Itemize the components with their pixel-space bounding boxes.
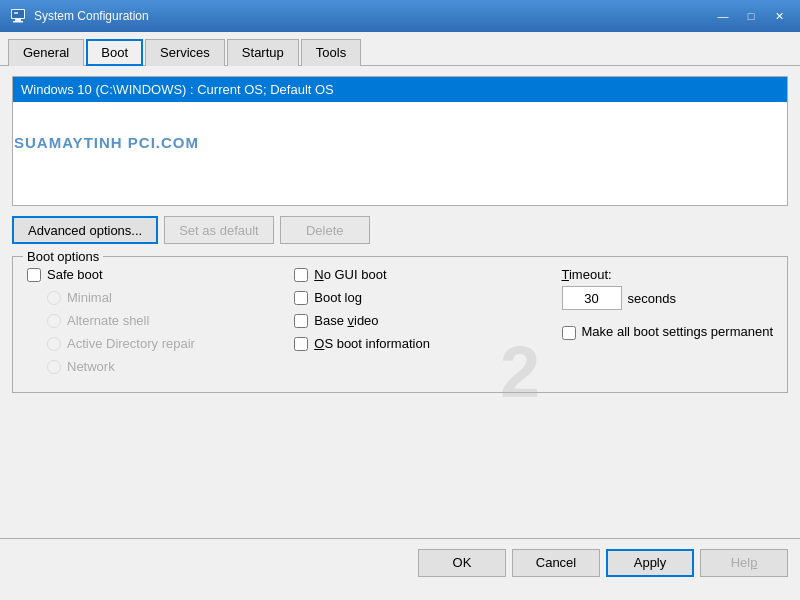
tab-content-boot: Windows 10 (C:\WINDOWS) : Current OS; De… — [0, 66, 800, 403]
tab-boot[interactable]: Boot — [86, 39, 143, 66]
main-area: SUAMAYTINH PCI.COM Windows 10 (C:\WINDOW… — [0, 66, 800, 586]
base-video-label[interactable]: Base video — [314, 313, 378, 328]
boot-log-label[interactable]: Boot log — [314, 290, 362, 305]
boot-log-checkbox[interactable] — [294, 291, 308, 305]
app-icon — [8, 6, 28, 26]
window-controls: — □ ✕ — [710, 6, 792, 26]
alternate-shell-option: Alternate shell — [27, 313, 294, 328]
os-boot-info-option: OS boot information — [294, 336, 561, 351]
boot-options-left: Safe boot Minimal Alternate shell Active… — [27, 267, 294, 382]
apply-button[interactable]: Apply — [606, 549, 694, 577]
boot-options-group: Boot options Safe boot Minimal Alternate… — [12, 256, 788, 393]
window-title: System Configuration — [34, 9, 710, 23]
safe-boot-checkbox[interactable] — [27, 268, 41, 282]
minimal-option: Minimal — [27, 290, 294, 305]
maximize-button[interactable]: □ — [738, 6, 764, 26]
ok-button[interactable]: OK — [418, 549, 506, 577]
boot-list[interactable]: Windows 10 (C:\WINDOWS) : Current OS; De… — [12, 76, 788, 206]
tab-general[interactable]: General — [8, 39, 84, 66]
alternate-shell-radio[interactable] — [47, 314, 61, 328]
delete-button[interactable]: Delete — [280, 216, 370, 244]
boot-options-right: No GUI boot Boot log Base video OS boot … — [294, 267, 561, 382]
boot-list-item[interactable]: Windows 10 (C:\WINDOWS) : Current OS; De… — [13, 77, 787, 102]
title-bar: System Configuration — □ ✕ — [0, 0, 800, 32]
svg-rect-4 — [14, 12, 18, 14]
safe-boot-option: Safe boot — [27, 267, 294, 282]
tab-bar: General Boot Services Startup Tools — [0, 32, 800, 66]
alternate-shell-label: Alternate shell — [67, 313, 149, 328]
safe-boot-label[interactable]: Safe boot — [47, 267, 103, 282]
os-boot-info-checkbox[interactable] — [294, 337, 308, 351]
network-label: Network — [67, 359, 115, 374]
tab-startup[interactable]: Startup — [227, 39, 299, 66]
cancel-button[interactable]: Cancel — [512, 549, 600, 577]
no-gui-boot-option: No GUI boot — [294, 267, 561, 282]
timeout-input[interactable] — [562, 286, 622, 310]
svg-rect-3 — [12, 10, 24, 18]
minimal-radio[interactable] — [47, 291, 61, 305]
svg-rect-1 — [15, 19, 21, 21]
advanced-options-button[interactable]: Advanced options... — [12, 216, 158, 244]
boot-log-option: Boot log — [294, 290, 561, 305]
make-permanent-label[interactable]: Make all boot settings permanent — [582, 324, 774, 339]
active-directory-repair-option: Active Directory repair — [27, 336, 294, 351]
close-button[interactable]: ✕ — [766, 6, 792, 26]
no-gui-boot-label[interactable]: No GUI boot — [314, 267, 386, 282]
minimal-label: Minimal — [67, 290, 112, 305]
timeout-unit: seconds — [628, 291, 676, 306]
button-row: Advanced options... Set as default Delet… — [12, 216, 788, 244]
tab-services[interactable]: Services — [145, 39, 225, 66]
network-option: Network — [27, 359, 294, 374]
base-video-option: Base video — [294, 313, 561, 328]
os-boot-info-label[interactable]: OS boot information — [314, 336, 430, 351]
active-directory-repair-radio[interactable] — [47, 337, 61, 351]
no-gui-boot-checkbox[interactable] — [294, 268, 308, 282]
group-title: Boot options — [23, 249, 103, 264]
svg-rect-2 — [13, 21, 23, 23]
timeout-row: seconds — [562, 286, 774, 310]
bottom-bar: OK Cancel Apply Help — [0, 538, 800, 586]
make-permanent-row: Make all boot settings permanent — [562, 324, 774, 340]
dialog-body: General Boot Services Startup Tools SUAM… — [0, 32, 800, 586]
active-directory-repair-label: Active Directory repair — [67, 336, 195, 351]
tab-tools[interactable]: Tools — [301, 39, 361, 66]
minimize-button[interactable]: — — [710, 6, 736, 26]
timeout-section: Timeout: seconds Make all boot settings … — [562, 267, 774, 382]
make-permanent-checkbox[interactable] — [562, 326, 576, 340]
set-as-default-button[interactable]: Set as default — [164, 216, 274, 244]
network-radio[interactable] — [47, 360, 61, 374]
base-video-checkbox[interactable] — [294, 314, 308, 328]
help-button[interactable]: Help — [700, 549, 788, 577]
timeout-label: Timeout: — [562, 267, 774, 282]
